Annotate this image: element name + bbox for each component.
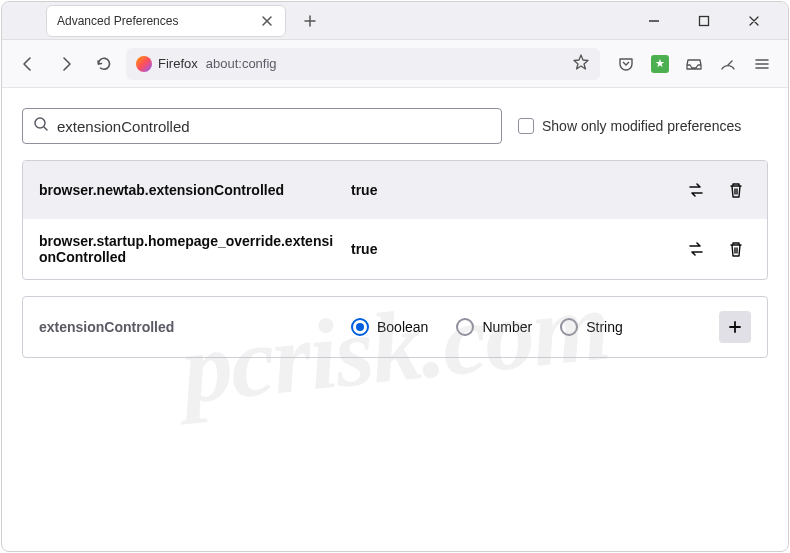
pref-name: browser.newtab.extensionControlled bbox=[39, 182, 339, 198]
pref-search-box[interactable] bbox=[22, 108, 502, 144]
radio-icon bbox=[456, 318, 474, 336]
pref-value: true bbox=[351, 182, 669, 198]
checkbox-label: Show only modified preferences bbox=[542, 118, 741, 134]
show-modified-checkbox-row[interactable]: Show only modified preferences bbox=[518, 118, 741, 134]
pref-list: browser.newtab.extensionControlled true … bbox=[22, 160, 768, 280]
url-bar[interactable]: Firefox about:config bbox=[126, 48, 600, 80]
extension-badge-icon[interactable] bbox=[644, 48, 676, 80]
toggle-button[interactable] bbox=[681, 175, 711, 205]
content-area: Show only modified preferences browser.n… bbox=[2, 88, 788, 551]
toolbar: Firefox about:config bbox=[2, 40, 788, 88]
toggle-button[interactable] bbox=[681, 234, 711, 264]
titlebar: Advanced Preferences bbox=[2, 2, 788, 40]
radio-label: Number bbox=[482, 319, 532, 335]
new-pref-row: extensionControlled Boolean Number Strin… bbox=[22, 296, 768, 358]
delete-button[interactable] bbox=[721, 175, 751, 205]
url-text: about:config bbox=[206, 56, 277, 71]
new-tab-button[interactable] bbox=[296, 7, 324, 35]
speed-icon[interactable] bbox=[712, 48, 744, 80]
radio-icon bbox=[351, 318, 369, 336]
add-pref-button[interactable] bbox=[719, 311, 751, 343]
bookmark-star-icon[interactable] bbox=[572, 53, 590, 74]
inbox-icon[interactable] bbox=[678, 48, 710, 80]
type-radio-string[interactable]: String bbox=[560, 318, 623, 336]
radio-icon bbox=[560, 318, 578, 336]
firefox-logo-icon bbox=[136, 56, 152, 72]
maximize-button[interactable] bbox=[686, 6, 722, 36]
new-pref-name: extensionControlled bbox=[39, 319, 339, 335]
delete-button[interactable] bbox=[721, 234, 751, 264]
pref-value: true bbox=[351, 241, 669, 257]
pref-row: browser.newtab.extensionControlled true bbox=[23, 161, 767, 219]
svg-rect-0 bbox=[700, 16, 709, 25]
type-radio-boolean[interactable]: Boolean bbox=[351, 318, 428, 336]
search-input[interactable] bbox=[57, 118, 491, 135]
brand-label: Firefox bbox=[158, 56, 198, 71]
radio-label: String bbox=[586, 319, 623, 335]
type-radio-number[interactable]: Number bbox=[456, 318, 532, 336]
close-window-button[interactable] bbox=[736, 6, 772, 36]
tab-title: Advanced Preferences bbox=[57, 14, 251, 28]
search-icon bbox=[33, 116, 49, 136]
show-modified-checkbox[interactable] bbox=[518, 118, 534, 134]
back-button[interactable] bbox=[12, 48, 44, 80]
menu-button[interactable] bbox=[746, 48, 778, 80]
pref-row: browser.startup.homepage_override.extens… bbox=[23, 219, 767, 279]
reload-button[interactable] bbox=[88, 48, 120, 80]
pocket-icon[interactable] bbox=[610, 48, 642, 80]
forward-button[interactable] bbox=[50, 48, 82, 80]
pref-name: browser.startup.homepage_override.extens… bbox=[39, 233, 339, 265]
close-tab-icon[interactable] bbox=[259, 13, 275, 29]
minimize-button[interactable] bbox=[636, 6, 672, 36]
radio-label: Boolean bbox=[377, 319, 428, 335]
browser-tab[interactable]: Advanced Preferences bbox=[46, 5, 286, 37]
